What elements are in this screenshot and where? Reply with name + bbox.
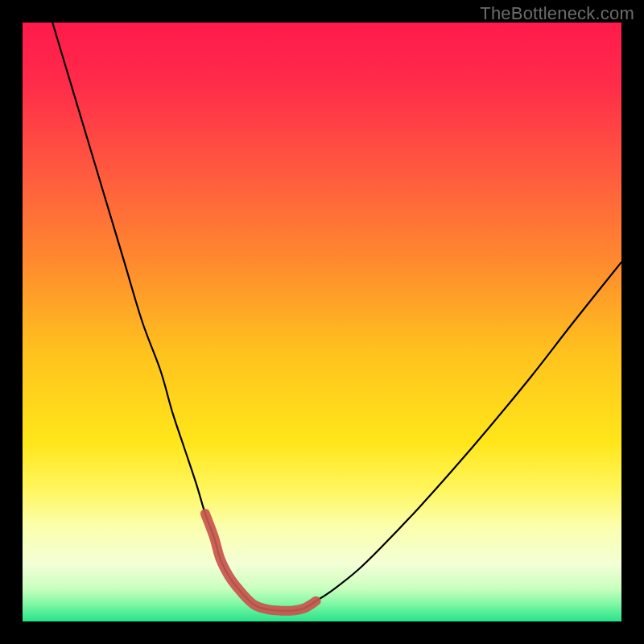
chart-svg	[23, 23, 621, 621]
outer-frame: TheBottleneck.com	[0, 0, 644, 644]
gradient-bg	[23, 23, 621, 621]
watermark-text: TheBottleneck.com	[480, 3, 634, 24]
plot-area	[23, 23, 621, 621]
